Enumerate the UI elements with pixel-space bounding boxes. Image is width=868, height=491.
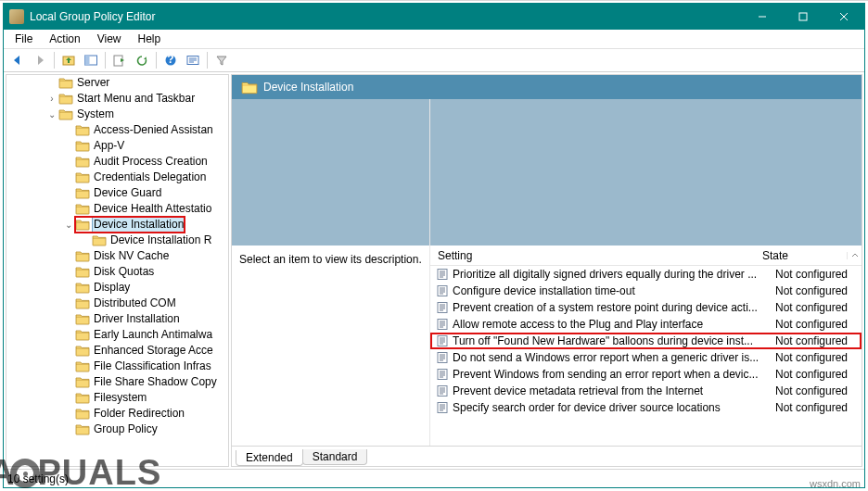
tree-item[interactable]: Device Installation R bbox=[6, 233, 228, 248]
content-pane: Device Installation Select an item to vi… bbox=[231, 74, 862, 467]
tree-item[interactable]: Server bbox=[6, 75, 228, 91]
tree-item[interactable]: Disk Quotas bbox=[6, 264, 228, 280]
setting-row[interactable]: Prevent creation of a system restore poi… bbox=[430, 299, 862, 316]
tree-item[interactable]: File Share Shadow Copy bbox=[6, 374, 228, 390]
close-button[interactable] bbox=[823, 4, 864, 30]
setting-state: Not configured bbox=[775, 384, 862, 397]
filter-button[interactable] bbox=[211, 50, 232, 70]
setting-row[interactable]: Prioritize all digitally signed drivers … bbox=[430, 266, 862, 283]
setting-icon bbox=[436, 334, 449, 347]
setting-icon bbox=[436, 384, 449, 397]
setting-row[interactable]: Configure device installation time-outNo… bbox=[430, 283, 862, 299]
setting-row[interactable]: Allow remote access to the Plug and Play… bbox=[430, 316, 862, 333]
menu-action[interactable]: Action bbox=[42, 31, 87, 46]
folder-icon bbox=[58, 108, 73, 120]
tree-item[interactable]: ›Start Menu and Taskbar bbox=[6, 91, 228, 107]
tree-item[interactable]: Group Policy bbox=[6, 422, 228, 437]
tree-item[interactable]: Enhanced Storage Acce bbox=[6, 343, 228, 359]
menu-help[interactable]: Help bbox=[131, 31, 169, 46]
tree-item-label: Start Menu and Taskbar bbox=[76, 91, 196, 107]
tree-item-label: Device Installation R bbox=[109, 233, 212, 248]
show-tree-button[interactable] bbox=[81, 50, 101, 70]
tree-expander-icon[interactable]: ⌄ bbox=[62, 217, 75, 233]
setting-row[interactable]: Prevent device metadata retrieval from t… bbox=[430, 383, 862, 399]
setting-state: Not configured bbox=[775, 301, 862, 314]
setting-row[interactable]: Do not send a Windows error report when … bbox=[430, 349, 862, 366]
tree-item-label: Access-Denied Assistan bbox=[93, 122, 214, 138]
back-button[interactable] bbox=[7, 50, 28, 70]
setting-row[interactable]: Turn off "Found New Hardware" balloons d… bbox=[430, 333, 862, 349]
tree-item-label: Enhanced Storage Acce bbox=[93, 343, 214, 359]
options-button[interactable] bbox=[183, 50, 203, 70]
column-headers[interactable]: Setting State bbox=[430, 246, 862, 266]
folder-icon bbox=[75, 297, 90, 309]
setting-name: Prioritize all digitally signed drivers … bbox=[453, 268, 775, 281]
tree-item[interactable]: Audit Process Creation bbox=[6, 154, 228, 170]
menubar: File Action View Help bbox=[4, 30, 864, 48]
setting-name: Turn off "Found New Hardware" balloons d… bbox=[453, 334, 775, 347]
toolbar-separator bbox=[105, 52, 106, 69]
column-setting[interactable]: Setting bbox=[430, 249, 760, 262]
tree-item-label: Filesystem bbox=[93, 390, 147, 406]
column-state[interactable]: State bbox=[760, 249, 847, 262]
tree-item[interactable]: Driver Installation bbox=[6, 311, 228, 327]
tree-item[interactable]: Early Launch Antimalwa bbox=[6, 327, 228, 343]
window: Local Group Policy Editor File Action Vi… bbox=[3, 3, 865, 488]
tree-item-label: Folder Redirection bbox=[93, 406, 185, 422]
setting-name: Specify search order for device driver s… bbox=[453, 401, 775, 414]
setting-row[interactable]: Prevent Windows from sending an error re… bbox=[430, 366, 862, 383]
folder-icon bbox=[75, 282, 90, 294]
tab-standard[interactable]: Standard bbox=[302, 449, 368, 465]
tree-item[interactable]: ⌄System bbox=[6, 107, 228, 122]
titlebar[interactable]: Local Group Policy Editor bbox=[4, 4, 864, 30]
tree-item[interactable]: Device Health Attestatio bbox=[6, 201, 228, 217]
folder-icon bbox=[75, 392, 90, 404]
setting-name: Configure device installation time-out bbox=[453, 284, 775, 297]
tree-item-label: Device Health Attestatio bbox=[93, 201, 212, 217]
setting-state: Not configured bbox=[775, 351, 862, 364]
setting-state: Not configured bbox=[775, 318, 862, 331]
forward-button[interactable] bbox=[30, 50, 50, 70]
refresh-button[interactable] bbox=[132, 50, 152, 70]
tree-item[interactable]: ⌄Device Installation bbox=[6, 217, 228, 233]
setting-icon bbox=[436, 268, 449, 281]
tree-item[interactable]: Distributed COM bbox=[6, 296, 228, 311]
maximize-button[interactable] bbox=[783, 4, 823, 30]
export-button[interactable] bbox=[109, 50, 130, 70]
folder-icon bbox=[75, 360, 90, 372]
setting-name: Prevent creation of a system restore poi… bbox=[453, 301, 775, 314]
folder-icon bbox=[75, 171, 90, 183]
tree-item-label: Group Policy bbox=[93, 422, 159, 437]
up-button[interactable] bbox=[58, 50, 79, 70]
tree-item-label: Credentials Delegation bbox=[93, 170, 207, 185]
setting-name: Prevent device metadata retrieval from t… bbox=[453, 384, 775, 397]
setting-icon bbox=[436, 351, 449, 364]
tree-item[interactable]: Access-Denied Assistan bbox=[6, 122, 228, 138]
tree-item[interactable]: Credentials Delegation bbox=[6, 170, 228, 185]
folder-icon bbox=[75, 313, 90, 325]
folder-icon bbox=[75, 156, 90, 168]
tree-expander-icon[interactable]: ⌄ bbox=[45, 107, 58, 122]
help-button[interactable]: ? bbox=[160, 50, 181, 70]
menu-view[interactable]: View bbox=[90, 31, 129, 46]
settings-list[interactable]: Prioritize all digitally signed drivers … bbox=[430, 266, 862, 446]
minimize-button[interactable] bbox=[742, 4, 783, 30]
description-text: Select an item to view its description. bbox=[232, 246, 429, 273]
tree-item[interactable]: Filesystem bbox=[6, 390, 228, 406]
tree-pane[interactable]: Server›Start Menu and Taskbar⌄SystemAcce… bbox=[6, 74, 229, 467]
tree-item[interactable]: Disk NV Cache bbox=[6, 248, 228, 264]
tree-item[interactable]: App-V bbox=[6, 138, 228, 154]
tree-expander-icon[interactable]: › bbox=[45, 91, 58, 107]
toolbar-separator bbox=[207, 52, 208, 69]
tree-item[interactable]: Folder Redirection bbox=[6, 406, 228, 422]
menu-file[interactable]: File bbox=[7, 31, 40, 46]
setting-row[interactable]: Specify search order for device driver s… bbox=[430, 399, 862, 416]
folder-icon bbox=[75, 329, 90, 341]
folder-icon bbox=[75, 250, 90, 262]
tree-item[interactable]: Display bbox=[6, 280, 228, 296]
tree-item[interactable]: File Classification Infras bbox=[6, 359, 228, 374]
tree-item-label: Audit Process Creation bbox=[93, 154, 209, 170]
tab-extended[interactable]: Extended bbox=[236, 450, 303, 466]
tree[interactable]: Server›Start Menu and Taskbar⌄SystemAcce… bbox=[6, 75, 228, 437]
tree-item[interactable]: Device Guard bbox=[6, 185, 228, 201]
